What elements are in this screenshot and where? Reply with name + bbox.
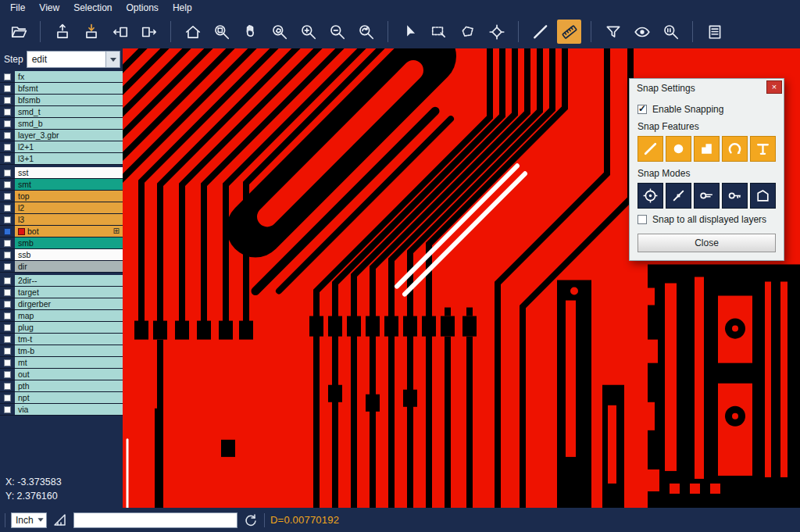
layer-row-top[interactable]: top [0,191,123,202]
step-select-chevron[interactable] [105,52,120,67]
layer-checkbox-tm-b[interactable] [4,348,11,355]
layer-checkbox-l3+1[interactable] [4,155,11,162]
layer-row-layer_3.gbr[interactable]: layer_3.gbr [0,130,123,141]
all-layers-checkbox[interactable] [638,215,647,224]
layer-label-l2[interactable]: l2 [15,202,123,213]
snap-mode-point-on-line-button[interactable] [666,183,691,209]
snap-mode-outline-button[interactable] [750,183,776,209]
layer-row-l2[interactable]: l2 [0,202,123,214]
layer-label-smd_t[interactable]: smd_t [15,106,123,117]
layer-label-pth[interactable]: pth [15,380,123,391]
enable-snapping-row[interactable]: Enable Snapping [638,104,776,115]
tool-export-up[interactable] [50,20,74,44]
layer-checkbox-smd_t[interactable] [4,109,11,116]
tool-open-folder[interactable] [6,20,30,44]
tool-zoom-out[interactable] [325,20,349,44]
close-button[interactable]: Close [638,234,776,252]
tool-step-right[interactable] [137,20,161,44]
layer-label-plug[interactable]: plug [15,322,123,333]
layer-label-smb[interactable]: smb [15,237,123,248]
layer-row-smb[interactable]: smb [0,237,123,249]
layer-label-2dir--[interactable]: 2dir-- [15,275,123,286]
layer-label-l3+1[interactable]: l3+1 [15,153,123,164]
tool-draw-line[interactable] [528,20,552,44]
layer-label-npt[interactable]: npt [15,392,123,403]
tool-select-rectangle[interactable] [427,20,451,44]
layer-label-l2+1[interactable]: l2+1 [15,141,123,152]
layer-label-top[interactable]: top [15,191,123,202]
layer-checkbox-bot[interactable] [4,228,11,235]
snap-mode-center-button[interactable] [638,183,663,209]
layer-checkbox-l2+1[interactable] [4,144,11,151]
layer-checkbox-pth[interactable] [4,383,11,390]
layer-checkbox-mt[interactable] [4,359,11,366]
step-select[interactable]: edit [27,51,120,68]
dialog-close-button[interactable]: × [766,80,782,94]
layer-checkbox-plug[interactable] [4,324,11,331]
tool-select-reference[interactable] [484,20,509,44]
layer-row-npt[interactable]: npt [0,392,123,404]
layer-checkbox-bfsmb[interactable] [4,97,11,104]
command-input[interactable] [73,512,238,528]
layer-row-sst[interactable]: sst [0,167,123,179]
layer-row-target[interactable]: target [0,287,123,298]
layer-label-sst[interactable]: sst [15,167,123,178]
layer-row-dirgerber[interactable]: dirgerber [0,298,123,310]
layer-checkbox-l3[interactable] [4,216,11,223]
layer-label-l3[interactable]: l3 [15,214,123,225]
snap-feature-arc-button[interactable] [722,136,748,162]
layer-row-l2+1[interactable]: l2+1 [0,141,123,153]
layer-label-mt[interactable]: mt [15,357,123,368]
tool-import-down[interactable] [79,20,103,44]
layer-label-smd_b[interactable]: smd_b [15,118,123,129]
layer-row-tm-b[interactable]: tm-b [0,345,123,357]
layer-row-mt[interactable]: mt [0,357,123,369]
menu-item-view[interactable]: View [32,2,66,14]
layer-label-dir[interactable]: dir [15,261,123,272]
layer-row-smd_t[interactable]: smd_t [0,106,123,118]
tool-zoom-previous[interactable] [354,20,378,44]
tool-filter[interactable] [601,20,625,44]
layer-label-tm-t[interactable]: tm-t [15,334,123,345]
layer-row-2dir--[interactable]: 2dir-- [0,275,123,287]
layer-row-via[interactable]: via [0,404,123,416]
menu-item-file[interactable]: File [3,2,32,14]
snap-feature-line-button[interactable] [638,136,663,162]
tool-zoom-in[interactable] [296,20,320,44]
layer-checkbox-out[interactable] [4,371,11,378]
layer-checkbox-fx[interactable] [4,73,11,80]
layer-label-tm-b[interactable]: tm-b [15,345,123,356]
layer-row-ssb[interactable]: ssb [0,249,123,261]
enable-snapping-checkbox[interactable] [638,105,647,114]
layer-row-tm-t[interactable]: tm-t [0,334,123,345]
layer-label-map[interactable]: map [15,310,123,321]
grid-icon[interactable]: ⊞ [113,227,120,235]
layer-row-bfsmt[interactable]: bfsmt [0,83,123,95]
layer-row-bfsmb[interactable]: bfsmb [0,95,123,106]
snap-feature-pad-button[interactable] [666,136,691,162]
layer-checkbox-dirgerber[interactable] [4,301,11,308]
layer-checkbox-via[interactable] [4,406,11,413]
layer-checkbox-map[interactable] [4,312,11,320]
all-layers-row[interactable]: Snap to all displayed layers [638,214,776,225]
tool-pan-hand[interactable] [238,20,262,44]
layer-checkbox-npt[interactable] [4,395,11,402]
tool-select-polygon[interactable] [455,20,480,44]
refresh-icon[interactable] [243,512,259,528]
layer-row-plug[interactable]: plug [0,322,123,334]
layer-label-out[interactable]: out [15,369,123,380]
layer-checkbox-2dir--[interactable] [4,277,11,284]
layer-row-l3+1[interactable]: l3+1 [0,153,123,165]
tool-zoom-window[interactable] [209,20,234,44]
snap-mode-key-button[interactable] [694,183,720,209]
layer-checkbox-sst[interactable] [4,170,11,177]
layer-row-out[interactable]: out [0,369,123,380]
layer-label-bot[interactable]: bot⊞ [15,226,123,237]
tool-step-left[interactable] [108,20,132,44]
tool-zoom-polygon[interactable] [267,20,291,44]
layer-label-dirgerber[interactable]: dirgerber [15,298,123,309]
layer-checkbox-dir[interactable] [4,263,11,270]
layer-checkbox-bfsmt[interactable] [4,85,11,92]
layer-row-bot[interactable]: bot⊞ [0,226,123,237]
layer-row-map[interactable]: map [0,310,123,322]
